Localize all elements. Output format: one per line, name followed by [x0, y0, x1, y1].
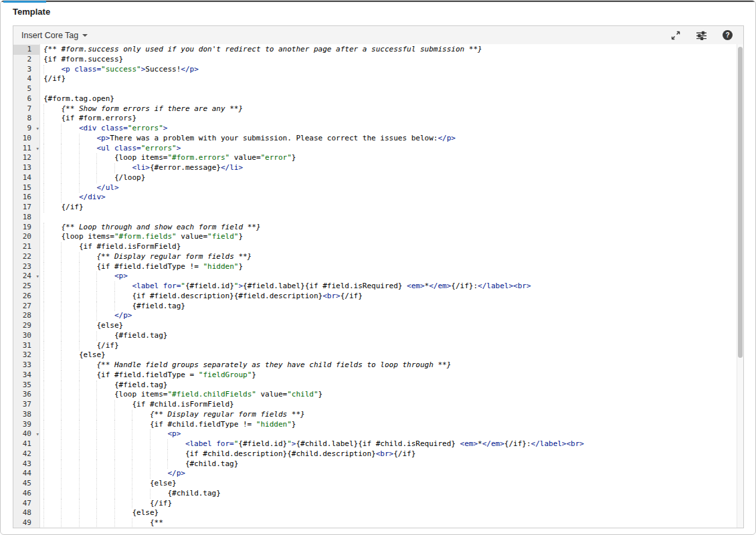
indent-guide — [79, 282, 96, 292]
code-line[interactable]: <ul class="errors"> — [43, 144, 736, 154]
code-line[interactable] — [43, 84, 736, 94]
indent-guide — [43, 360, 61, 370]
code-line[interactable]: {** Display regular form fields **} — [43, 410, 736, 420]
code-line[interactable]: {/if} — [43, 203, 736, 213]
line-number: 15 — [13, 183, 39, 193]
code-line[interactable]: <div class="errors"> — [43, 124, 736, 134]
vertical-scrollbar[interactable] — [737, 44, 743, 528]
code-line[interactable]: {** #form.success only used if you don't… — [43, 45, 736, 55]
code-line[interactable]: {if #field.fieldType = "fieldGroup"} — [43, 370, 736, 381]
fold-arrow-icon[interactable]: ▾ — [36, 124, 39, 134]
code-line[interactable]: {if #child.fieldType != "hidden"} — [43, 420, 736, 430]
code-line[interactable]: </p> — [43, 311, 736, 321]
code-line[interactable]: </p> — [43, 469, 736, 479]
indent-guide — [43, 429, 61, 439]
indent-guide — [114, 499, 132, 509]
line-number: 22 — [13, 252, 39, 262]
code-line[interactable]: </div> — [43, 193, 736, 203]
indent-guide — [43, 262, 61, 272]
indent-guide — [43, 124, 61, 134]
code-line[interactable]: {else} — [43, 321, 736, 331]
code-line[interactable]: {loop items="#form.fields" value="field"… — [43, 232, 736, 242]
indent-guide — [114, 469, 132, 479]
code-line[interactable]: {** Handle field groups separately as th… — [43, 360, 736, 370]
code-line[interactable]: {/if} — [43, 341, 736, 351]
line-number: 27 — [13, 302, 39, 312]
indent-guide — [96, 410, 114, 420]
indent-guide — [96, 400, 114, 410]
indent-guide — [43, 518, 61, 528]
code-line[interactable]: {** Show form errors if there are any **… — [43, 104, 736, 114]
code-line[interactable]: {if #form.success} — [43, 55, 736, 65]
indent-guide — [79, 360, 96, 370]
code-line[interactable]: {if #field.fieldType != "hidden"} — [43, 262, 736, 272]
indent-guide — [43, 420, 61, 430]
code-line[interactable]: {#field.tag} — [43, 331, 736, 341]
scrollbar-thumb[interactable] — [738, 47, 743, 358]
code-line[interactable]: {/loop} — [43, 173, 736, 183]
code-lines[interactable]: {** #form.success only used if you don't… — [41, 44, 736, 528]
code-line[interactable]: {#child.tag} — [43, 459, 736, 469]
code-line[interactable]: <label for="{#field.id}">{#field.label}{… — [43, 282, 736, 292]
code-line[interactable]: {else} — [43, 350, 736, 360]
indent-guide — [43, 272, 61, 282]
code-line[interactable]: </ul> — [43, 183, 736, 193]
code-line[interactable]: <p> — [43, 429, 736, 439]
code-line[interactable]: <li>{#error.message}</li> — [43, 163, 736, 173]
indent-guide — [96, 469, 114, 479]
code-line[interactable]: {if #form.errors} — [43, 114, 736, 124]
fold-arrow-icon[interactable]: ▾ — [36, 144, 39, 154]
indent-guide — [61, 360, 78, 370]
code-line[interactable]: {else} — [43, 479, 736, 489]
fold-arrow-icon[interactable]: ▾ — [36, 429, 39, 439]
code-line[interactable]: <p class="success">Success!</p> — [43, 65, 736, 75]
code-line[interactable] — [43, 213, 736, 223]
code-line[interactable]: {#form.tag.open} — [43, 94, 736, 104]
line-number: 33 — [13, 360, 39, 370]
code-line[interactable]: {if #field.isFormField} — [43, 242, 736, 252]
indent-guide — [61, 439, 78, 449]
code-line[interactable]: <p> — [43, 272, 736, 282]
line-number: 43 — [13, 459, 39, 469]
indent-guide — [61, 499, 78, 509]
indent-guide — [79, 331, 96, 341]
line-number: 25 — [13, 282, 39, 292]
indent-guide — [43, 232, 61, 242]
settings-button[interactable] — [696, 30, 706, 40]
indent-guide — [114, 508, 132, 518]
code-line[interactable]: {** Display regular form fields **} — [43, 252, 736, 262]
code-line[interactable]: {/if} — [43, 74, 736, 84]
indent-guide — [167, 459, 185, 469]
indent-guide — [150, 449, 167, 459]
line-number: 16 — [13, 193, 39, 203]
code-line[interactable]: {loop items="#field.childFields" value="… — [43, 390, 736, 400]
code-line[interactable]: {else} — [43, 508, 736, 518]
fold-arrow-icon[interactable]: ▾ — [36, 272, 39, 282]
code-line[interactable]: {#field.tag} — [43, 302, 736, 312]
indent-guide — [43, 203, 61, 213]
code-line[interactable]: {if #child.description}{#child.descripti… — [43, 449, 736, 459]
indent-guide — [61, 341, 78, 351]
code-line[interactable]: {/if} — [43, 499, 736, 509]
help-button[interactable]: ? — [723, 30, 733, 40]
indent-guide — [61, 350, 78, 360]
indent-guide — [43, 223, 61, 233]
indent-guide — [61, 311, 78, 321]
expand-button[interactable] — [670, 30, 680, 40]
indent-guide — [61, 390, 78, 400]
line-number: 19 — [13, 223, 39, 233]
code-line[interactable]: <label for="{#field.id}">{#child.label}{… — [43, 439, 736, 449]
code-line[interactable]: {** Loop through and show each form fiel… — [43, 223, 736, 233]
code-line[interactable]: {#field.tag} — [43, 381, 736, 391]
line-number: 26 — [13, 292, 39, 302]
code-line[interactable]: {if #field.description}{#field.descripti… — [43, 292, 736, 302]
code-line[interactable]: <p>There was a problem with your submiss… — [43, 134, 736, 144]
indent-guide — [43, 282, 61, 292]
indent-guide — [43, 479, 61, 489]
indent-guide — [61, 292, 78, 302]
code-line[interactable]: {loop items="#form.errors" value="error"… — [43, 153, 736, 163]
insert-core-tag-button[interactable]: Insert Core Tag — [13, 26, 96, 44]
code-line[interactable]: {** — [43, 518, 736, 528]
code-line[interactable]: {#child.tag} — [43, 489, 736, 499]
code-line[interactable]: {if #child.isFormField} — [43, 400, 736, 410]
